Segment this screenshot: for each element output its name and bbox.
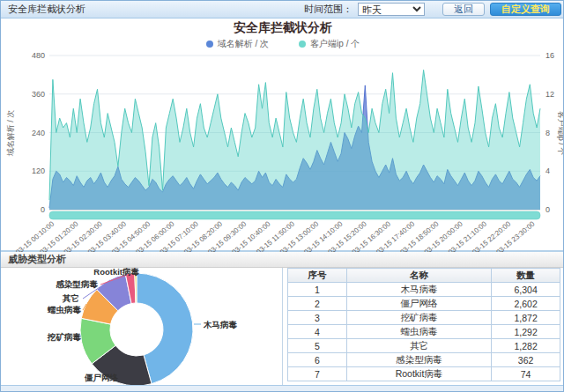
top-toolbar: 安全库拦截状分析 时间范围： 昨天 返回 自定义查询 [1,1,564,18]
breadcrumb-title: 安全库拦截状分析 [8,3,85,16]
left-axis-tick: 120 [32,166,45,175]
donut-slice-label: 僵尸网络 [84,373,119,382]
donut-slice-label: 木马病毒 [203,320,238,329]
table-cell: 6 [288,353,347,367]
right-axis-tick: 12 [545,90,554,99]
table-header-cell: 名称 [346,269,491,283]
left-axis-tick: 360 [32,90,45,99]
table-cell: 7 [288,367,347,381]
donut-slice-label: 挖矿病毒 [47,332,82,342]
table-cell: 2 [288,297,347,311]
threat-donut-panel: 木马病毒僵尸网络挖矿病毒蠕虫病毒其它感染型病毒Rootkit病毒 [1,268,283,387]
table-row: 3挖矿病毒1,872 [288,311,560,325]
table-row: 6感染型病毒362 [288,353,560,367]
table-cell: 1,282 [492,339,560,353]
donut-slice-label: Rootkit病毒 [93,268,139,277]
trend-chart-panel: 安全库拦截状分析 域名解析 / 次 客户端ip / 个 012024036048… [1,18,564,252]
threat-section-header: 威胁类型分析 [1,252,564,268]
table-row: 2僵尸网络2,602 [288,297,560,311]
threat-table: 序号名称数量 1木马病毒6,3042僵尸网络2,6023挖矿病毒1,8724蠕虫… [287,268,560,381]
time-range-label: 时间范围： [304,3,352,16]
table-row: 7Rootkit病毒74 [288,367,560,381]
table-cell: 2,602 [492,297,560,311]
table-header-cell: 数量 [492,269,560,283]
left-axis-tick: 240 [32,129,45,137]
table-cell: 1,292 [492,325,560,339]
time-range-select[interactable]: 昨天 [358,3,425,16]
table-cell: 5 [288,339,347,353]
donut-slice-label: 蠕虫病毒 [47,305,82,314]
right-axis-tick: 0 [545,205,550,214]
right-axis-tick: 4 [545,166,550,175]
table-row: 4蠕虫病毒1,292 [288,325,560,339]
table-cell: 362 [492,353,560,367]
table-cell: 木马病毒 [346,283,491,297]
threat-table-body: 1木马病毒6,3042僵尸网络2,6023挖矿病毒1,8724蠕虫病毒1,292… [288,283,560,381]
right-axis-tick: 8 [545,129,550,137]
right-axis-name: 客户端ip / 个 [557,111,564,156]
bottom-frame-strip [1,385,564,391]
table-cell: 6,304 [492,283,560,297]
table-cell: 挖矿病毒 [346,311,491,325]
left-axis-tick: 480 [32,51,45,60]
table-cell: 其它 [346,339,491,353]
back-button[interactable]: 返回 [442,3,485,16]
threat-table-panel: 序号名称数量 1木马病毒6,3042僵尸网络2,6023挖矿病毒1,8724蠕虫… [283,268,564,387]
custom-query-button[interactable]: 自定义查询 [490,3,561,16]
donut-slice-label: 其它 [62,293,79,303]
table-cell: 僵尸网络 [346,297,491,311]
donut-slice-label: 感染型病毒 [56,279,99,289]
table-cell: 1,872 [492,311,560,325]
table-cell: 蠕虫病毒 [346,325,491,339]
trend-area-chart: 01202403604800481216域名解析 / 次客户端ip / 个202… [1,18,564,252]
left-axis-name: 域名解析 / 次 [6,110,15,158]
table-cell: 感染型病毒 [346,353,491,367]
threat-table-head: 序号名称数量 [288,269,560,283]
left-axis-tick: 0 [41,205,45,214]
table-header-cell: 序号 [288,269,347,283]
table-cell: Rootkit病毒 [346,367,491,381]
datazoom-slider[interactable] [49,211,540,219]
table-cell: 74 [492,367,560,381]
table-cell: 3 [288,311,347,325]
table-cell: 4 [288,325,347,339]
threat-donut-chart: 木马病毒僵尸网络挖矿病毒蠕虫病毒其它感染型病毒Rootkit病毒 [1,268,283,387]
table-cell: 1 [288,283,347,297]
table-row: 5其它1,282 [288,339,560,353]
right-axis-tick: 16 [545,51,554,60]
client-series-area [49,70,540,210]
dashboard-window: 安全库拦截状分析 时间范围： 昨天 返回 自定义查询 安全库拦截状分析 域名解析… [0,0,564,392]
table-row: 1木马病毒6,304 [288,283,560,297]
